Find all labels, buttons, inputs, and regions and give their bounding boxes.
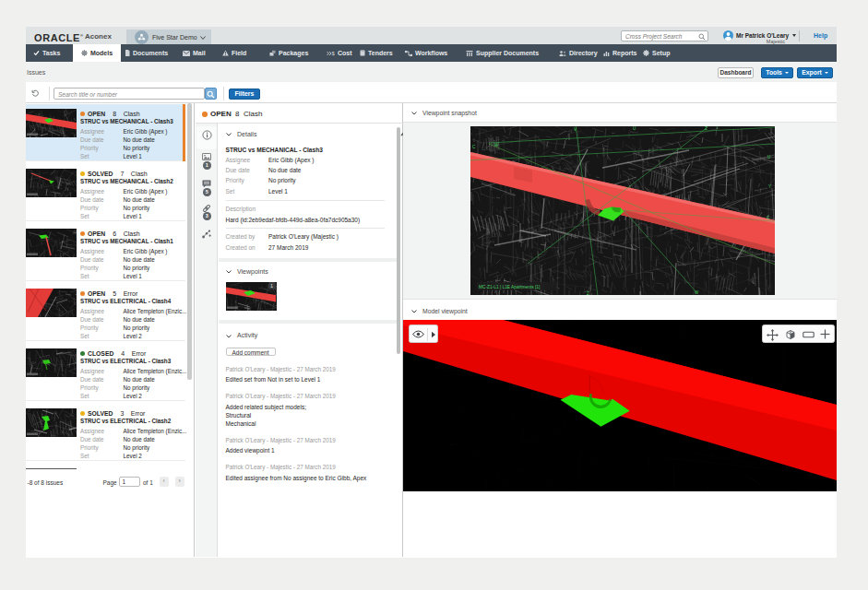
svg-text:Y: Y	[768, 184, 771, 189]
svg-text:U: U	[767, 155, 770, 159]
svg-text:$: $	[331, 51, 335, 56]
svg-text:V: V	[574, 127, 577, 132]
svg-text:Z: Z	[705, 126, 707, 131]
svg-text:MC-Z1-L1 | L1E Apartments [1]: MC-Z1-L1 | L1E Apartments [1]	[479, 285, 540, 289]
svg-text:U: U	[633, 126, 636, 131]
svg-text:Z: Z	[587, 291, 589, 295]
svg-text:T: T	[716, 126, 719, 130]
